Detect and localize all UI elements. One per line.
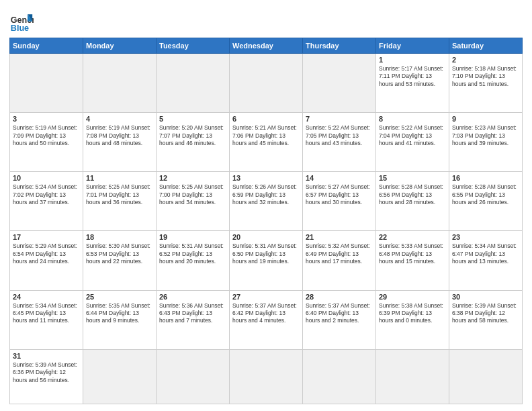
calendar-cell: 29Sunrise: 5:38 AM Sunset: 6:39 PM Dayli…	[376, 290, 449, 349]
day-info: Sunrise: 5:35 AM Sunset: 6:44 PM Dayligh…	[86, 302, 153, 325]
day-number: 18	[86, 233, 153, 241]
calendar-cell	[376, 349, 449, 404]
day-info: Sunrise: 5:37 AM Sunset: 6:42 PM Dayligh…	[232, 302, 300, 325]
day-number: 4	[86, 115, 153, 123]
day-number: 28	[306, 293, 373, 301]
day-number: 25	[86, 293, 153, 301]
day-info: Sunrise: 5:26 AM Sunset: 6:59 PM Dayligh…	[232, 183, 300, 206]
day-info: Sunrise: 5:28 AM Sunset: 6:56 PM Dayligh…	[379, 183, 446, 206]
day-info: Sunrise: 5:19 AM Sunset: 7:09 PM Dayligh…	[13, 124, 80, 147]
calendar-cell: 5Sunrise: 5:20 AM Sunset: 7:07 PM Daylig…	[157, 113, 230, 172]
day-number: 5	[159, 115, 226, 123]
day-number: 1	[379, 56, 446, 64]
calendar-cell: 27Sunrise: 5:37 AM Sunset: 6:42 PM Dayli…	[230, 290, 303, 349]
calendar-cell: 24Sunrise: 5:34 AM Sunset: 6:45 PM Dayli…	[10, 290, 83, 349]
day-info: Sunrise: 5:27 AM Sunset: 6:57 PM Dayligh…	[306, 183, 373, 206]
calendar-cell: 6Sunrise: 5:21 AM Sunset: 7:06 PM Daylig…	[230, 113, 303, 172]
calendar-cell: 3Sunrise: 5:19 AM Sunset: 7:09 PM Daylig…	[10, 113, 83, 172]
calendar-cell	[449, 349, 523, 404]
day-number: 15	[379, 174, 446, 182]
calendar-cell	[157, 349, 230, 404]
calendar-cell: 2Sunrise: 5:18 AM Sunset: 7:10 PM Daylig…	[449, 54, 523, 113]
day-info: Sunrise: 5:33 AM Sunset: 6:48 PM Dayligh…	[379, 242, 446, 265]
weekday-header: Tuesday	[157, 38, 230, 54]
calendar-cell: 15Sunrise: 5:28 AM Sunset: 6:56 PM Dayli…	[376, 172, 449, 231]
day-number: 19	[159, 233, 226, 241]
calendar-cell	[10, 54, 83, 113]
day-number: 3	[13, 115, 80, 123]
generalblue-icon: General Blue	[9, 9, 34, 34]
day-number: 23	[452, 233, 519, 241]
weekday-header: Wednesday	[230, 38, 303, 54]
calendar-cell: 19Sunrise: 5:31 AM Sunset: 6:52 PM Dayli…	[157, 231, 230, 290]
header: General Blue	[9, 7, 523, 34]
day-info: Sunrise: 5:38 AM Sunset: 6:39 PM Dayligh…	[379, 302, 446, 325]
day-number: 9	[452, 115, 519, 123]
calendar-cell: 7Sunrise: 5:22 AM Sunset: 7:05 PM Daylig…	[303, 113, 376, 172]
day-info: Sunrise: 5:34 AM Sunset: 6:45 PM Dayligh…	[13, 302, 80, 325]
day-info: Sunrise: 5:36 AM Sunset: 6:43 PM Dayligh…	[159, 302, 226, 325]
day-info: Sunrise: 5:34 AM Sunset: 6:47 PM Dayligh…	[452, 242, 519, 265]
calendar-cell: 23Sunrise: 5:34 AM Sunset: 6:47 PM Dayli…	[449, 231, 523, 290]
calendar-cell: 28Sunrise: 5:37 AM Sunset: 6:40 PM Dayli…	[303, 290, 376, 349]
day-info: Sunrise: 5:25 AM Sunset: 7:01 PM Dayligh…	[86, 183, 153, 206]
day-info: Sunrise: 5:22 AM Sunset: 7:05 PM Dayligh…	[306, 124, 373, 147]
calendar-cell	[83, 349, 157, 404]
calendar-cell: 31Sunrise: 5:39 AM Sunset: 6:36 PM Dayli…	[10, 349, 83, 404]
calendar-cell: 17Sunrise: 5:29 AM Sunset: 6:54 PM Dayli…	[10, 231, 83, 290]
day-number: 8	[379, 115, 446, 123]
weekday-header: Thursday	[303, 38, 376, 54]
calendar-cell	[157, 54, 230, 113]
page: General Blue SundayMondayTuesdayWednesda…	[0, 0, 532, 411]
day-number: 12	[159, 174, 226, 182]
calendar-cell: 11Sunrise: 5:25 AM Sunset: 7:01 PM Dayli…	[83, 172, 157, 231]
day-info: Sunrise: 5:30 AM Sunset: 6:53 PM Dayligh…	[86, 242, 153, 265]
weekday-header: Sunday	[10, 38, 83, 54]
day-number: 16	[452, 174, 519, 182]
day-number: 6	[232, 115, 300, 123]
day-number: 13	[232, 174, 300, 182]
day-info: Sunrise: 5:20 AM Sunset: 7:07 PM Dayligh…	[159, 124, 226, 147]
calendar-cell	[230, 349, 303, 404]
day-number: 24	[13, 293, 80, 301]
day-number: 29	[379, 293, 446, 301]
calendar-cell: 21Sunrise: 5:32 AM Sunset: 6:49 PM Dayli…	[303, 231, 376, 290]
day-number: 26	[159, 293, 226, 301]
day-info: Sunrise: 5:39 AM Sunset: 6:38 PM Dayligh…	[452, 302, 519, 325]
day-info: Sunrise: 5:29 AM Sunset: 6:54 PM Dayligh…	[13, 242, 80, 265]
calendar-cell: 14Sunrise: 5:27 AM Sunset: 6:57 PM Dayli…	[303, 172, 376, 231]
logo: General Blue	[9, 9, 34, 34]
day-info: Sunrise: 5:21 AM Sunset: 7:06 PM Dayligh…	[232, 124, 300, 147]
calendar-cell: 22Sunrise: 5:33 AM Sunset: 6:48 PM Dayli…	[376, 231, 449, 290]
day-info: Sunrise: 5:31 AM Sunset: 6:50 PM Dayligh…	[232, 242, 300, 265]
calendar-cell: 13Sunrise: 5:26 AM Sunset: 6:59 PM Dayli…	[230, 172, 303, 231]
calendar-cell: 20Sunrise: 5:31 AM Sunset: 6:50 PM Dayli…	[230, 231, 303, 290]
weekday-header: Monday	[83, 38, 157, 54]
calendar-cell: 25Sunrise: 5:35 AM Sunset: 6:44 PM Dayli…	[83, 290, 157, 349]
calendar-table: SundayMondayTuesdayWednesdayThursdayFrid…	[9, 38, 523, 404]
day-number: 21	[306, 233, 373, 241]
calendar-cell: 4Sunrise: 5:19 AM Sunset: 7:08 PM Daylig…	[83, 113, 157, 172]
day-info: Sunrise: 5:37 AM Sunset: 6:40 PM Dayligh…	[306, 302, 373, 325]
svg-text:Blue: Blue	[11, 24, 29, 33]
day-number: 14	[306, 174, 373, 182]
calendar-cell	[303, 349, 376, 404]
day-info: Sunrise: 5:19 AM Sunset: 7:08 PM Dayligh…	[86, 124, 153, 147]
calendar-cell: 1Sunrise: 5:17 AM Sunset: 7:11 PM Daylig…	[376, 54, 449, 113]
weekday-header: Friday	[376, 38, 449, 54]
day-number: 22	[379, 233, 446, 241]
calendar-cell: 12Sunrise: 5:25 AM Sunset: 7:00 PM Dayli…	[157, 172, 230, 231]
day-info: Sunrise: 5:25 AM Sunset: 7:00 PM Dayligh…	[159, 183, 226, 206]
calendar-cell	[303, 54, 376, 113]
day-number: 20	[232, 233, 300, 241]
day-info: Sunrise: 5:28 AM Sunset: 6:55 PM Dayligh…	[452, 183, 519, 206]
day-info: Sunrise: 5:39 AM Sunset: 6:36 PM Dayligh…	[13, 361, 80, 384]
calendar-cell	[230, 54, 303, 113]
day-info: Sunrise: 5:23 AM Sunset: 7:03 PM Dayligh…	[452, 124, 519, 147]
calendar-cell: 8Sunrise: 5:22 AM Sunset: 7:04 PM Daylig…	[376, 113, 449, 172]
day-info: Sunrise: 5:22 AM Sunset: 7:04 PM Dayligh…	[379, 124, 446, 147]
calendar-cell	[83, 54, 157, 113]
day-info: Sunrise: 5:17 AM Sunset: 7:11 PM Dayligh…	[379, 65, 446, 88]
day-number: 11	[86, 174, 153, 182]
day-info: Sunrise: 5:18 AM Sunset: 7:10 PM Dayligh…	[452, 65, 519, 88]
